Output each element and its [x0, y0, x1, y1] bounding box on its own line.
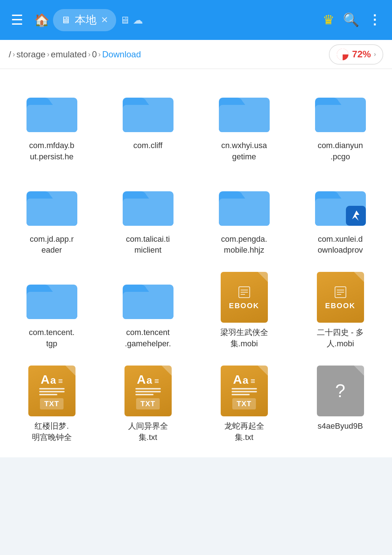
file-item[interactable]: cn.wxhyi.usagetime: [196, 76, 292, 170]
svg-rect-4: [123, 105, 173, 132]
file-name-label: com.mfday.but.persist.he: [29, 140, 74, 163]
ebook-file-icon: EBOOK: [317, 272, 364, 323]
file-item[interactable]: com.xunlei.downloadprov: [292, 170, 388, 264]
home-icon[interactable]: 🏠: [34, 13, 49, 27]
unknown-file-icon: ?: [317, 366, 364, 416]
folder-icon-wrapper: [217, 85, 271, 136]
file-item[interactable]: Aa≡ TXT 红楼旧梦.明宫晚钟全: [4, 357, 100, 450]
txt-file-icon: Aa≡ TXT: [124, 366, 172, 416]
svg-rect-8: [315, 105, 366, 132]
svg-rect-6: [219, 105, 270, 132]
file-name-label: 梁羽生武侠全集.mobi: [220, 327, 268, 350]
file-name-label: cn.wxhyi.usagetime: [221, 140, 267, 163]
file-item[interactable]: com.mfday.but.persist.he: [4, 76, 100, 170]
close-tab-icon[interactable]: ✕: [101, 15, 108, 25]
more-options-icon[interactable]: ⋮: [368, 12, 381, 28]
file-name-label: com.jd.app.reader: [30, 234, 74, 256]
file-item[interactable]: EBOOK 梁羽生武侠全集.mobi: [196, 263, 292, 357]
folder-icon-wrapper: [121, 272, 175, 323]
file-name-label: com.dianyun.pcgo: [318, 140, 363, 163]
svg-rect-10: [26, 199, 77, 226]
file-item[interactable]: com.cliff: [100, 76, 196, 170]
folder-icon-wrapper: [121, 85, 175, 136]
file-name-label: com.cliff: [133, 140, 162, 151]
svg-rect-14: [219, 199, 270, 226]
folder-icon-wrapper: [25, 272, 79, 323]
file-name-label: s4aeByud9B: [318, 421, 363, 432]
file-name-label: com.tencent.tgp: [29, 327, 75, 350]
file-item[interactable]: com.tencent.tgp: [4, 263, 100, 357]
unknown-icon-wrapper: ?: [313, 366, 368, 416]
file-item[interactable]: Aa≡ TXT 人间异界全集.txt: [100, 357, 196, 450]
storage-badge-chevron: ›: [374, 50, 376, 58]
file-name-label: com.xunlei.downloadprov: [318, 234, 363, 256]
top-bar-right: ♛ 🔍 ⋮: [323, 12, 381, 28]
txt-file-icon: Aa≡ TXT: [221, 366, 268, 416]
file-item[interactable]: EBOOK 二十四史 - 多人.mobi: [292, 263, 388, 357]
folder-icon-wrapper: [217, 179, 271, 229]
second-tab[interactable]: 🖥 ☁: [120, 14, 143, 26]
hamburger-menu-icon[interactable]: ☰: [11, 13, 23, 27]
file-item[interactable]: com.talicai.timiclient: [100, 170, 196, 264]
breadcrumb-zero[interactable]: 0: [92, 49, 97, 60]
file-item[interactable]: com.jd.app.reader: [4, 170, 100, 264]
ebook-icon-wrapper: EBOOK: [313, 272, 368, 323]
breadcrumb-download[interactable]: Download: [102, 49, 141, 60]
ebook-label: EBOOK: [325, 302, 355, 310]
txt-icon-wrapper: Aa≡ TXT: [121, 366, 175, 416]
file-name-label: com.tencent.gamehelper.: [125, 327, 171, 350]
ebook-file-icon: EBOOK: [221, 272, 268, 323]
storage-percent-label: 72%: [352, 49, 371, 60]
breadcrumb-emulated[interactable]: emulated: [51, 49, 87, 60]
file-grid: com.mfday.but.persist.he com.cliff cn.wx…: [0, 69, 392, 457]
folder-icon-wrapper: [313, 85, 368, 136]
search-icon[interactable]: 🔍: [343, 12, 359, 28]
file-name-label: com.talicai.timiclient: [126, 234, 170, 256]
file-name-label: com.pengda.mobile.hhjz: [221, 234, 267, 256]
file-item[interactable]: com.dianyun.pcgo: [292, 76, 388, 170]
pie-chart-icon: [336, 48, 349, 61]
txt-icon-wrapper: Aa≡ TXT: [217, 366, 271, 416]
svg-rect-18: [26, 292, 77, 319]
file-name-label: 红楼旧梦.明宫晚钟全: [32, 421, 72, 443]
file-item[interactable]: Aa≡ TXT 龙蛇再起全集.txt: [196, 357, 292, 450]
ebook-icon-wrapper: EBOOK: [217, 272, 271, 323]
svg-rect-12: [123, 199, 173, 226]
file-name-label: 人间异界全集.txt: [128, 421, 168, 443]
top-navigation-bar: ☰ 🏠 🖥 本地 ✕ 🖥 ☁ ♛ 🔍 ⋮: [0, 0, 392, 40]
breadcrumb-chevron-3: ›: [88, 50, 91, 58]
folder-icon-wrapper: [121, 179, 175, 229]
file-item[interactable]: com.pengda.mobile.hhjz: [196, 170, 292, 264]
ebook-label: EBOOK: [229, 302, 259, 310]
file-item[interactable]: ?s4aeByud9B: [292, 357, 388, 450]
second-tab-icon: 🖥: [120, 14, 130, 26]
breadcrumb-chevron-2: ›: [47, 50, 49, 58]
svg-rect-20: [123, 292, 173, 319]
file-item[interactable]: com.tencent.gamehelper.: [100, 263, 196, 357]
folder-icon-wrapper: [25, 85, 79, 136]
crown-icon[interactable]: ♛: [323, 12, 334, 28]
cloud-icon: ☁: [133, 14, 143, 26]
active-tab-label: 本地: [75, 13, 97, 28]
xunlei-folder-icon-wrapper: [313, 179, 368, 229]
txt-file-icon: Aa≡ TXT: [28, 366, 75, 416]
txt-icon-wrapper: Aa≡ TXT: [25, 366, 79, 416]
breadcrumb-storage[interactable]: storage: [16, 49, 45, 60]
breadcrumb-chevron-1: ›: [13, 50, 15, 58]
breadcrumb-root[interactable]: /: [9, 49, 11, 60]
breadcrumb-chevron-4: ›: [98, 50, 101, 58]
file-name-label: 二十四史 - 多人.mobi: [317, 327, 364, 350]
folder-icon-wrapper: [25, 179, 79, 229]
storage-usage-badge[interactable]: 72% ›: [329, 44, 383, 65]
xunlei-overlay-icon: [346, 206, 366, 226]
active-tab[interactable]: 🖥 本地 ✕: [53, 9, 116, 31]
svg-rect-2: [26, 105, 77, 132]
file-name-label: 龙蛇再起全集.txt: [224, 421, 264, 443]
breadcrumb-bar: / › storage › emulated › 0 › Download 72…: [0, 40, 392, 69]
monitor-icon: 🖥: [61, 15, 70, 26]
top-bar-left: ☰ 🏠 🖥 本地 ✕ 🖥 ☁: [11, 9, 143, 31]
